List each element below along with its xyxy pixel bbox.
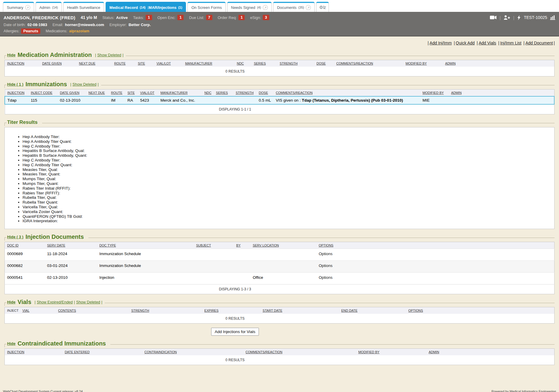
column-sort-link[interactable]: STRENGTH: [131, 309, 149, 312]
column-sort-link[interactable]: SITE: [138, 62, 145, 65]
column-sort-link[interactable]: DOSE: [316, 62, 326, 65]
document-row[interactable]: 0000689 11-18-2024 Immunization Schedule…: [5, 249, 555, 261]
column-sort-link[interactable]: OPTIONS: [408, 309, 423, 312]
tab-health-surveillance[interactable]: Health Surveillance: [63, 2, 104, 12]
tab-admin[interactable]: Admin (14): [36, 2, 62, 12]
column-sort-link[interactable]: END DATE: [341, 309, 358, 312]
column-sort-link[interactable]: DATE ENTERED: [65, 350, 90, 354]
due-list-count-badge[interactable]: 7: [206, 15, 212, 20]
column-sort-link[interactable]: INJECT: [7, 309, 19, 312]
tab-documents[interactable]: Documents (35) ↗: [273, 2, 315, 12]
show-deleted-link[interactable]: Show Deleted: [94, 53, 124, 57]
hide-link[interactable]: Hide: [7, 53, 15, 57]
bar-chart-icon[interactable]: [550, 15, 555, 20]
action-link[interactable]: Add Inj/Imm: [427, 41, 452, 45]
column-sort-link[interactable]: START DATE: [263, 309, 282, 312]
tab-settings[interactable]: ⚙ʫ: [316, 2, 329, 12]
column-sort-link[interactable]: OPTIONS: [319, 244, 334, 247]
tab-on-screen-forms[interactable]: On Screen Forms: [187, 2, 226, 12]
add-person-icon[interactable]: [504, 15, 510, 20]
column-sort-link[interactable]: DOC ID: [7, 244, 19, 247]
column-header: CONTENTS: [56, 307, 129, 314]
hide-link[interactable]: Hide: [7, 300, 15, 304]
column-sort-link[interactable]: INJECTION: [7, 62, 24, 65]
column-sort-link[interactable]: ROUTE: [114, 62, 126, 65]
column-sort-link[interactable]: VIAL/LOT: [140, 91, 154, 95]
open-enc-count-badge[interactable]: 1: [177, 15, 184, 20]
esign-count-badge[interactable]: 3: [263, 15, 269, 20]
column-sort-link[interactable]: NDC: [204, 91, 211, 95]
column-sort-link[interactable]: BY: [236, 244, 241, 247]
column-sort-link[interactable]: INJECTION: [7, 350, 24, 354]
column-sort-link[interactable]: MODIFIED BY: [406, 62, 427, 65]
tab-summary[interactable]: Summary ↗: [3, 2, 34, 12]
column-sort-link[interactable]: MANUFACTURER: [185, 62, 212, 65]
immunization-row-tdap[interactable]: Tdap 115 02-13-2010 IM RA 5423 Merck and…: [5, 96, 554, 104]
action-link[interactable]: Add Document: [523, 41, 555, 45]
column-sort-link[interactable]: SERV DATE: [47, 244, 65, 247]
popout-icon[interactable]: ↗: [306, 5, 311, 10]
column-sort-link[interactable]: DOC TYPE: [99, 244, 116, 247]
column-sort-link[interactable]: DOSE: [259, 91, 268, 95]
column-sort-link[interactable]: SERV LOCATION: [253, 244, 279, 247]
popout-icon[interactable]: ↗: [25, 5, 30, 10]
dob-value: 02-08-1983: [27, 23, 47, 27]
column-sort-link[interactable]: VIAL: [22, 309, 29, 312]
document-row[interactable]: 0000682 03-01-2024 Immunization Schedule…: [5, 261, 555, 273]
show-deleted-link[interactable]: Show Deleted: [69, 82, 99, 87]
document-row[interactable]: 0000541 02-13-2010 Injection Office Opti…: [5, 273, 555, 284]
column-sort-link[interactable]: DATE GIVEN: [42, 62, 62, 65]
column-sort-link[interactable]: COMMENTS/REACTION: [276, 91, 313, 95]
allergy-badge[interactable]: Peanuts: [21, 28, 40, 34]
column-sort-link[interactable]: MODIFIED BY: [423, 91, 444, 95]
column-sort-link[interactable]: ADMIN: [445, 62, 456, 65]
order-req-count-badge[interactable]: 1: [238, 15, 245, 20]
column-sort-link[interactable]: MODIFIED BY: [358, 350, 380, 354]
column-sort-link[interactable]: INJECTION: [7, 91, 25, 95]
vials-filter-link[interactable]: Show Deleted: [73, 300, 102, 304]
tab-needs-signed[interactable]: Needs Signed (4) ↗: [227, 2, 272, 12]
column-sort-link[interactable]: SITE: [128, 91, 135, 95]
medications-value[interactable]: alprazolam: [69, 29, 89, 33]
action-links-bar: Add Inj/Imm Quick Add Add Vials Inj/Imm …: [0, 36, 559, 47]
column-sort-link[interactable]: SUBJECT: [196, 244, 211, 247]
column-sort-link[interactable]: NEXT DUE: [88, 91, 105, 95]
column-sort-link[interactable]: VIAL/LOT: [157, 62, 171, 65]
options-link[interactable]: Options: [319, 275, 333, 280]
vials-filter-link[interactable]: Show Expired/Ended: [34, 300, 73, 304]
column-sort-link[interactable]: CONTRAINDICATION: [144, 350, 177, 354]
column-sort-link[interactable]: COMMENTS/REACTION: [246, 350, 282, 354]
column-sort-link[interactable]: DATE GIVEN: [60, 91, 79, 95]
column-sort-link[interactable]: STRENGTH: [236, 91, 254, 95]
column-sort-link[interactable]: INJECT CODE: [31, 91, 52, 95]
column-sort-link[interactable]: SERIES: [254, 62, 266, 65]
hide-link[interactable]: Hide ( 3 ): [7, 235, 23, 239]
lightning-bolt-icon[interactable]: [517, 15, 521, 20]
options-link[interactable]: Options: [319, 252, 333, 256]
popout-icon[interactable]: ↗: [263, 5, 268, 10]
tab-medical-record[interactable]: Medical Record (14) :MAR/Injections (1): [106, 2, 186, 12]
table-header-row: INJECTION INJECT CODE DATE GIVEN NEXT DU…: [5, 89, 554, 97]
column-sort-link[interactable]: ROUTE: [111, 91, 122, 95]
column-sort-link[interactable]: NEXT DUE: [79, 62, 95, 65]
column-header: SUBJECT: [194, 242, 234, 249]
column-sort-link[interactable]: MANUFACTURER: [160, 91, 188, 95]
column-sort-link[interactable]: CONTENTS: [58, 309, 76, 312]
column-sort-link[interactable]: ADMIN: [451, 91, 461, 95]
action-link[interactable]: Quick Add: [453, 41, 474, 45]
video-camera-icon[interactable]: [490, 15, 497, 20]
hide-link[interactable]: Hide: [7, 341, 15, 346]
action-link[interactable]: Add Vials: [476, 41, 496, 45]
displaying-count: DISPLAYING 1-1 / 1: [7, 106, 552, 113]
column-sort-link[interactable]: ADMIN: [429, 350, 439, 354]
action-link[interactable]: Inj/Imm List: [497, 41, 521, 45]
column-sort-link[interactable]: NDC: [237, 62, 244, 65]
tasks-count-badge[interactable]: 1: [146, 15, 152, 20]
add-injections-for-vials-button[interactable]: Add Injections for Vials: [211, 328, 259, 336]
column-sort-link[interactable]: COMMENTS/REACTION: [336, 62, 373, 65]
hide-link[interactable]: Hide ( 1 ): [7, 82, 23, 87]
column-sort-link[interactable]: SERIES: [216, 91, 228, 95]
column-sort-link[interactable]: EXPIRES: [204, 309, 219, 312]
options-link[interactable]: Options: [319, 263, 333, 268]
column-sort-link[interactable]: STRENGTH: [280, 62, 298, 65]
